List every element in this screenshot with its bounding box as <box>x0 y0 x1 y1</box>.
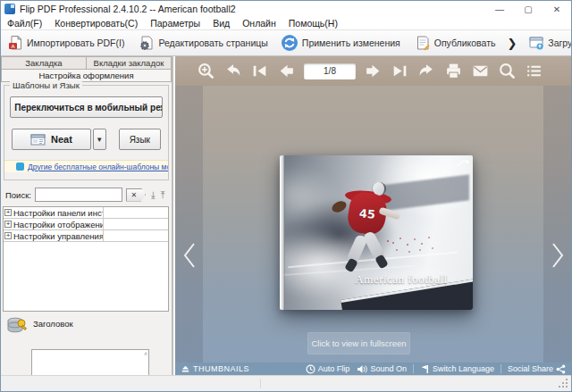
edit-pages-button[interactable]: Редактировать страницы <box>132 30 273 55</box>
language-button[interactable]: Язык <box>119 129 161 150</box>
first-page-icon[interactable] <box>250 62 269 80</box>
auto-flip-button[interactable]: Auto Flip <box>306 364 350 374</box>
book-spine <box>280 155 285 310</box>
switch-mobile-label: Переключиться в мобильный режи <box>14 103 163 113</box>
page-indicator[interactable]: 1/8 <box>304 63 356 79</box>
switch-language-label: Switch Language <box>433 364 494 373</box>
publish-icon <box>415 35 431 51</box>
apply-changes-button[interactable]: Применить изменения <box>274 30 407 55</box>
online-templates-row: Другие бесплатные онлайн-шаблоны можно н <box>4 160 168 172</box>
bottom-bar-separator <box>500 364 501 373</box>
email-icon[interactable] <box>471 62 490 80</box>
upload-online-button[interactable]: Загрузить Онлайн <box>522 30 572 55</box>
right-chevron-icon <box>551 242 565 269</box>
bottom-bar-separator <box>413 364 414 373</box>
sound-button[interactable]: Sound On <box>357 364 407 374</box>
info-icon <box>16 163 24 171</box>
main-toolbar: A Импортировать PDF(I) Редактировать стр… <box>1 29 571 56</box>
football <box>330 199 348 214</box>
thumbnails-label: THUMBNAILS <box>193 364 249 373</box>
previous-page-icon[interactable] <box>277 62 296 80</box>
next-page-icon[interactable] <box>364 62 383 80</box>
group-title: Шаблоны и Язык <box>10 80 82 90</box>
title-bar: Flip PDF Professional 2.4.10.2 -- Americ… <box>1 1 571 17</box>
menu-file[interactable]: Файл(F) <box>1 17 48 29</box>
left-chevron-icon <box>182 242 197 269</box>
tree-item-label: Настройки управления ... <box>13 231 104 241</box>
last-page-icon[interactable] <box>391 62 409 80</box>
fullscreen-button[interactable]: Click to view in fullscreen <box>307 332 410 354</box>
clear-search-button[interactable]: ✕ <box>126 188 146 202</box>
import-pdf-label: Импортировать PDF(I) <box>27 38 124 48</box>
switch-mobile-mode-button[interactable]: Переключиться в мобильный режи <box>10 96 163 118</box>
resize-grip[interactable] <box>558 378 569 389</box>
menu-options[interactable]: Параметры <box>144 17 206 29</box>
expand-plus-icon[interactable] <box>4 232 12 239</box>
search-input[interactable] <box>35 188 122 202</box>
flipbook-preview: 1/8 <box>175 56 571 375</box>
flipbook-bottom-bar: THUMBNAILS Auto Flip Sound On Switch Lan… <box>175 363 571 375</box>
menu-icon[interactable] <box>525 62 543 80</box>
apply-changes-label: Применить изменения <box>302 38 400 48</box>
template-icon <box>30 134 46 146</box>
menu-online[interactable]: Онлайн <box>236 17 282 29</box>
tree-row-control-settings[interactable]: Настройки управления ... <box>4 230 168 242</box>
social-share-button[interactable]: Social Share <box>508 364 566 374</box>
eject-icon <box>181 364 190 373</box>
publish-button[interactable]: Опубликовать <box>408 30 502 55</box>
upload-online-icon <box>528 35 544 51</box>
clock-icon <box>306 364 315 374</box>
expand-all-icon[interactable]: ⤒ <box>161 189 165 201</box>
apply-changes-icon <box>281 34 299 52</box>
settings-tree: Настройки панели инстр... Настройки отоб… <box>3 206 169 312</box>
tree-item-label: Настройки панели инстр... <box>13 208 104 218</box>
close-button[interactable]: ✕ <box>543 1 571 17</box>
collapse-all-icon[interactable]: ⤓ <box>151 189 156 201</box>
menu-convert[interactable]: Конвертировать(C) <box>48 17 144 29</box>
search-label: Поиск: <box>5 190 31 200</box>
maximize-button[interactable]: ▢ <box>514 1 543 17</box>
search-icon[interactable] <box>498 62 517 80</box>
zoom-in-icon[interactable] <box>197 62 215 80</box>
template-dropdown-button[interactable]: ▼ <box>93 129 106 150</box>
undo-flip-icon[interactable] <box>223 62 242 80</box>
app-window: Flip PDF Professional 2.4.10.2 -- Americ… <box>0 0 572 392</box>
page-curl-icon[interactable] <box>457 158 469 169</box>
status-divider <box>260 379 261 388</box>
thumbnails-button[interactable]: THUMBNAILS <box>181 364 249 373</box>
tree-row-toolbar-settings[interactable]: Настройки панели инстр... <box>4 207 168 219</box>
upload-online-label: Загрузить Онлайн <box>548 38 572 48</box>
social-share-label: Social Share <box>508 364 553 373</box>
jersey-number: 45 <box>358 206 375 221</box>
print-icon[interactable] <box>444 62 463 80</box>
expand-plus-icon[interactable] <box>4 209 12 216</box>
next-page-zone[interactable] <box>543 86 571 363</box>
tree-row-display-settings[interactable]: Настройки отображения... <box>4 219 168 230</box>
import-pdf-icon: A <box>7 35 23 51</box>
sidebar: Закладка Вкладки закладок Настройка офор… <box>1 56 173 375</box>
tab-bookmark[interactable]: Закладка <box>1 56 87 70</box>
template-select-button[interactable]: Neat <box>12 129 91 150</box>
tab-bookmark-tabs[interactable]: Вкладки закладок <box>87 56 172 70</box>
templates-language-group: Шаблоны и Язык Переключиться в мобильный… <box>4 85 169 180</box>
scroll-up-icon[interactable]: ˄ <box>144 351 147 357</box>
flag-icon <box>420 364 430 374</box>
menu-help[interactable]: Помощь(H) <box>282 17 344 29</box>
redo-flip-icon[interactable] <box>417 62 436 80</box>
import-pdf-button[interactable]: A Импортировать PDF(I) <box>1 30 130 55</box>
share-icon <box>556 364 566 374</box>
online-templates-link[interactable]: Другие бесплатные онлайн-шаблоны можно н <box>28 163 168 171</box>
switch-language-button[interactable]: Switch Language <box>420 364 494 374</box>
sound-label: Sound On <box>370 364 407 373</box>
tree-item-label: Настройки отображения... <box>13 220 104 229</box>
publish-label: Опубликовать <box>434 38 496 48</box>
more-options-chevron-icon[interactable]: ❯ <box>501 37 522 50</box>
status-bar <box>1 375 571 391</box>
menu-view[interactable]: Вид <box>206 17 236 29</box>
previous-page-zone[interactable] <box>175 86 203 363</box>
minimize-button[interactable]: — <box>485 1 514 17</box>
book-cover[interactable]: 45 American football <box>280 155 473 310</box>
window-title: Flip PDF Professional 2.4.10.2 -- Americ… <box>20 4 236 14</box>
title-label: Заголовок <box>33 319 73 329</box>
expand-plus-icon[interactable] <box>4 221 12 228</box>
